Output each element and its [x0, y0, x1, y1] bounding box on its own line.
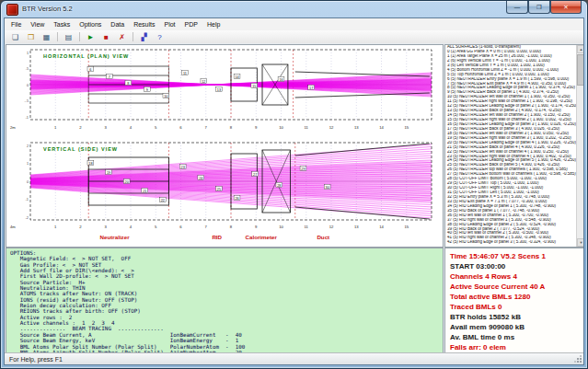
svg-text:7: 7	[205, 125, 208, 130]
svg-text:16: 16	[279, 78, 282, 82]
svg-text:24: 24	[199, 177, 202, 180]
svg-text:29: 29	[301, 167, 305, 171]
svg-text:1: 1	[27, 52, 29, 55]
svg-text:VERTICAL (SIDE) VIEW: VERTICAL (SIDE) VIEW	[43, 146, 118, 152]
close-button[interactable]: ✕	[550, 1, 582, 14]
status-text-line: Avail mem 909080 kB	[445, 322, 583, 332]
svg-text:2: 2	[27, 144, 29, 148]
svg-text:9: 9	[146, 88, 148, 92]
options-panel[interactable]: OPTIONS: Magnetic Field: < > NOT SET, OF…	[6, 248, 444, 357]
svg-text:0: 0	[27, 84, 29, 87]
status-text-line: Falls arr: 0 elem	[445, 342, 583, 352]
scroll-thumb[interactable]	[577, 54, 584, 86]
svg-text:13: 13	[354, 225, 359, 229]
svg-text:26: 26	[235, 197, 238, 201]
save-icon[interactable]: ▦	[39, 30, 54, 43]
svg-text:1: 1	[54, 225, 57, 229]
svg-text:9: 9	[255, 125, 258, 130]
surfaces-scrollbar[interactable]: ▲ ▼	[576, 45, 584, 247]
menu-bar: FileViewTasksOptionsDataResultsPlotPDPHe…	[5, 18, 583, 31]
svg-text:19: 19	[107, 171, 110, 175]
svg-text:7: 7	[205, 225, 208, 229]
svg-text:10: 10	[164, 95, 167, 98]
status-text-line: Active Source Current 40 A	[445, 282, 583, 292]
plot-panel: 1234567891011121314152m1.50-.5-167891011…	[6, 44, 444, 248]
svg-text:5: 5	[155, 225, 157, 229]
status-text-line: BTR holds 15852 kB	[445, 312, 583, 322]
plot-icon[interactable]: ▞	[136, 30, 152, 43]
svg-text:23: 23	[181, 166, 185, 169]
svg-text:14: 14	[379, 225, 384, 229]
svg-text:Calorimeter: Calorimeter	[246, 234, 278, 240]
svg-text:14: 14	[235, 75, 238, 79]
svg-text:17: 17	[309, 86, 313, 90]
maximize-button[interactable]: ❐	[528, 1, 550, 14]
menu-options[interactable]: Options	[75, 18, 106, 30]
svg-text:6: 6	[179, 225, 182, 229]
menu-view[interactable]: View	[26, 18, 49, 30]
vertical-side-plot[interactable]: 1234567891011121314154m210-1-21819202122…	[6, 140, 441, 245]
svg-text:4: 4	[130, 125, 133, 130]
menu-tasks[interactable]: Tasks	[49, 18, 75, 30]
run-status-lines: Time 15:46:07 V5.2 Scens 1START 03:00:00…	[445, 251, 583, 352]
print-icon[interactable]: ▤	[61, 30, 76, 43]
stop-icon[interactable]: ■	[98, 30, 114, 43]
window-title: BTR Version 5.2	[22, 5, 73, 13]
scroll-down-icon[interactable]: ▼	[577, 238, 584, 247]
menu-file[interactable]: File	[6, 18, 26, 30]
svg-text:28: 28	[277, 184, 281, 188]
surface-row[interactable]: 42 (5) RID Leading Edge of panel 3 ( 5.3…	[445, 240, 577, 245]
menu-results[interactable]: Results	[129, 18, 159, 30]
menu-plot[interactable]: Plot	[160, 18, 180, 30]
title-bar[interactable]: BTR Version 5.2 —❐✕	[1, 1, 587, 17]
scroll-up-icon[interactable]: ▲	[577, 45, 584, 53]
svg-text:RID: RID	[212, 234, 222, 240]
minimize-button[interactable]: —	[506, 1, 528, 14]
open-icon[interactable]: ❒	[23, 30, 39, 43]
svg-text:-1: -1	[26, 116, 29, 120]
status-text-line: START 03:00:00	[445, 261, 583, 271]
status-text-line: Time 15:46:07 V5.2 Scens 1	[445, 251, 583, 261]
svg-text:6: 6	[89, 68, 91, 72]
horizontal-plan-plot[interactable]: 1234567891011121314152m1.50-.5-167891011…	[6, 45, 441, 140]
svg-text:3: 3	[105, 125, 108, 130]
run-status-panel: Time 15:46:07 V5.2 Scens 1START 03:00:00…	[444, 248, 584, 355]
svg-text:14: 14	[379, 125, 384, 130]
svg-text:30: 30	[326, 186, 329, 190]
toolbar-separator	[79, 32, 80, 41]
svg-text:-2: -2	[26, 216, 29, 220]
surfaces-list[interactable]: ALL SURFACES (1-solid, 0-transparent) 0 …	[444, 44, 584, 248]
svg-text:7: 7	[109, 75, 110, 79]
svg-text:15: 15	[404, 125, 409, 130]
svg-text:1: 1	[27, 162, 29, 166]
svg-text:11: 11	[305, 225, 309, 229]
svg-text:HORIZONTAL (PLAN) VIEW: HORIZONTAL (PLAN) VIEW	[43, 53, 129, 59]
svg-text:8: 8	[230, 125, 233, 130]
svg-text:4m: 4m	[10, 225, 16, 229]
svg-text:6: 6	[179, 125, 182, 130]
menu-help[interactable]: Help	[202, 18, 225, 30]
svg-text:11: 11	[183, 72, 187, 75]
svg-text:2: 2	[79, 225, 82, 229]
svg-text:1: 1	[54, 125, 57, 130]
window-frame: FileViewTasksOptionsDataResultsPlotPDPHe…	[4, 17, 584, 365]
status-text-line: Av. BML time 0 ms	[445, 332, 583, 342]
run-icon[interactable]: ►	[83, 30, 98, 43]
svg-text:0: 0	[27, 180, 29, 184]
menu-pdp[interactable]: PDP	[180, 18, 202, 30]
svg-text:8: 8	[230, 225, 233, 229]
svg-text:18: 18	[88, 162, 92, 166]
delete-icon[interactable]: ✗	[114, 30, 130, 43]
svg-text:Duct: Duct	[317, 234, 329, 240]
menu-data[interactable]: Data	[106, 18, 129, 30]
resize-grip[interactable]	[574, 355, 582, 363]
svg-text:12: 12	[329, 225, 334, 229]
new-icon[interactable]: ❏	[7, 30, 23, 43]
help-icon[interactable]: ?	[152, 30, 167, 43]
svg-text:15: 15	[404, 225, 409, 229]
svg-text:-.5: -.5	[25, 99, 29, 103]
status-text-line: Traced BMLs 0	[445, 302, 583, 312]
svg-text:22: 22	[161, 199, 165, 202]
svg-text:12: 12	[329, 125, 334, 130]
svg-text:3: 3	[105, 225, 108, 229]
